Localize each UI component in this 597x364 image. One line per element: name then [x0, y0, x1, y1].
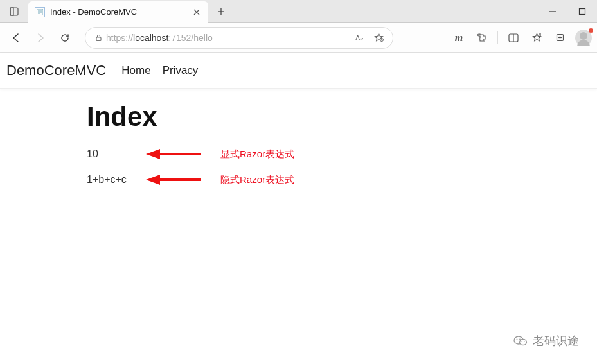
svg-text:א: א: [360, 36, 363, 42]
annotation-2: 隐式Razor表达式: [220, 174, 294, 186]
svg-rect-12: [96, 37, 101, 41]
svg-rect-0: [10, 8, 18, 15]
svg-marker-26: [146, 149, 160, 159]
watermark-text: 老码识途: [533, 333, 579, 349]
refresh-button[interactable]: [54, 27, 76, 49]
svg-point-33: [521, 341, 522, 342]
window-maximize-button[interactable]: [567, 0, 597, 23]
wechat-icon: [513, 335, 528, 347]
arrow-left-icon: [145, 172, 202, 187]
svg-marker-28: [146, 175, 160, 185]
extensions-button[interactable]: [472, 28, 492, 48]
brand-link[interactable]: DemoCoreMVC: [6, 62, 106, 79]
page-heading: Index: [87, 101, 597, 132]
url-host: localhost: [133, 33, 168, 43]
nav-link-privacy[interactable]: Privacy: [163, 64, 199, 77]
url-scheme: https://: [106, 33, 133, 43]
favorite-button[interactable]: [370, 29, 388, 47]
svg-point-34: [524, 341, 524, 342]
browser-toolbar: https://localhost:7152/hello Aא m: [0, 23, 597, 53]
annotation-1: 显式Razor表达式: [220, 148, 294, 160]
tab-close-button[interactable]: [192, 7, 202, 17]
profile-button[interactable]: [575, 30, 592, 46]
page-content: Index 10 显式Razor表达式 1+b+c+c 隐式Razor表达式: [0, 89, 597, 193]
extension-m-button[interactable]: m: [449, 28, 469, 48]
svg-point-30: [520, 340, 527, 345]
extension-m-label: m: [455, 32, 463, 44]
svg-point-32: [519, 339, 521, 340]
split-screen-button[interactable]: [503, 28, 524, 48]
page-favicon: [35, 7, 45, 17]
output-row-2: 1+b+c+c 隐式Razor表达式: [87, 167, 597, 193]
back-button[interactable]: [5, 27, 27, 49]
watermark: 老码识途: [513, 333, 579, 349]
reader-mode-button[interactable]: Aא: [352, 29, 370, 47]
svg-point-31: [517, 339, 518, 340]
svg-rect-11: [580, 8, 585, 14]
new-tab-button[interactable]: [211, 1, 231, 22]
url-port-path: :7152/hello: [168, 33, 213, 43]
forward-button[interactable]: [30, 27, 51, 49]
output-row-1: 10 显式Razor表达式: [87, 141, 597, 167]
collections-button[interactable]: [549, 28, 570, 48]
browser-title-bar: Index - DemoCoreMVC: [0, 0, 597, 23]
svg-rect-1: [10, 8, 13, 15]
arrow-left-icon: [145, 146, 202, 162]
nav-link-home[interactable]: Home: [121, 64, 150, 77]
browser-tab-active[interactable]: Index - DemoCoreMVC: [28, 1, 208, 23]
toolbar-separator: [497, 31, 498, 44]
favorites-button[interactable]: [526, 28, 547, 48]
output-value-2: 1+b+c+c: [87, 174, 145, 186]
url-text: https://localhost:7152/hello: [106, 33, 352, 43]
page-navbar: DemoCoreMVC Home Privacy: [0, 53, 597, 89]
notification-dot-icon: [589, 28, 593, 33]
address-bar[interactable]: https://localhost:7152/hello Aא: [85, 27, 393, 49]
site-info-button[interactable]: [91, 33, 106, 42]
tab-overview-button[interactable]: [0, 0, 28, 23]
window-minimize-button[interactable]: [538, 0, 567, 23]
output-value-1: 10: [87, 148, 145, 160]
tab-title: Index - DemoCoreMVC: [50, 7, 186, 17]
